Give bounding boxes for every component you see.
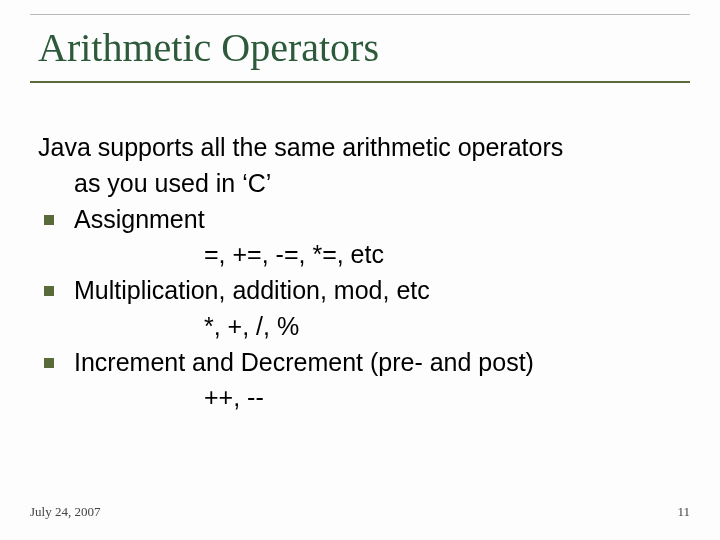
list-item: Assignment =, +=, -=, *=, etc [36, 203, 684, 273]
footer-date: July 24, 2007 [30, 504, 100, 520]
item-sub: =, +=, -=, *=, etc [74, 238, 684, 272]
item-label: Increment and Decrement (pre- and post) [74, 346, 684, 380]
item-sub: ++, -- [74, 381, 684, 415]
square-bullet-icon [44, 215, 54, 225]
slide-title: Arithmetic Operators [38, 24, 389, 71]
footer-page-number: 11 [677, 504, 690, 520]
square-bullet-icon [44, 358, 54, 368]
item-sub: *, +, /, % [74, 310, 684, 344]
slide-body: Java supports all the same arithmetic op… [30, 131, 690, 415]
intro-line-1: Java supports all the same arithmetic op… [36, 131, 684, 165]
slide-footer: July 24, 2007 11 [30, 504, 690, 520]
item-label: Multiplication, addition, mod, etc [74, 274, 684, 308]
list-item: Increment and Decrement (pre- and post) … [36, 346, 684, 416]
title-section: Arithmetic Operators [30, 18, 690, 83]
square-bullet-icon [44, 286, 54, 296]
item-label: Assignment [74, 203, 684, 237]
intro-line-2: as you used in ‘C’ [36, 167, 684, 201]
list-item: Multiplication, addition, mod, etc *, +,… [36, 274, 684, 344]
